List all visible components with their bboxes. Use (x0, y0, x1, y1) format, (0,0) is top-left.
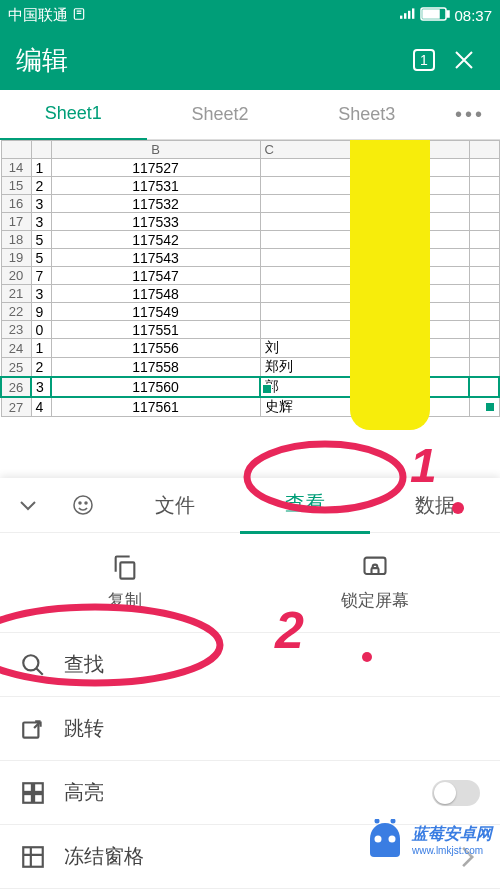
row-header[interactable]: 24 (1, 339, 31, 358)
cell[interactable] (260, 231, 469, 249)
svg-point-10 (74, 496, 92, 514)
svg-rect-20 (23, 794, 32, 803)
tabs-button[interactable]: 1 (404, 47, 444, 73)
row-header[interactable]: 16 (1, 195, 31, 213)
cell[interactable]: 117547 (51, 267, 260, 285)
cell[interactable]: 117548 (51, 285, 260, 303)
cell[interactable]: 郭 (260, 377, 469, 397)
cell[interactable]: 117556 (51, 339, 260, 358)
cell[interactable]: 2 (31, 177, 51, 195)
cell[interactable] (260, 213, 469, 231)
row-header[interactable]: 27 (1, 397, 31, 417)
col-header-a[interactable] (31, 141, 51, 159)
row-header[interactable]: 19 (1, 249, 31, 267)
svg-point-11 (79, 502, 81, 504)
row-header[interactable]: 20 (1, 267, 31, 285)
cell[interactable] (469, 377, 499, 397)
collapse-button[interactable] (0, 495, 55, 515)
cell[interactable]: 3 (31, 377, 51, 397)
goto-item[interactable]: 跳转 (0, 697, 500, 761)
sheet-tab-1[interactable]: Sheet1 (0, 89, 147, 140)
row-header[interactable]: 15 (1, 177, 31, 195)
cell[interactable] (469, 303, 499, 321)
cell[interactable]: 4 (31, 397, 51, 417)
cell[interactable] (469, 267, 499, 285)
col-header-b[interactable]: B (51, 141, 260, 159)
row-header[interactable]: 14 (1, 159, 31, 177)
cell[interactable] (469, 339, 499, 358)
cell[interactable]: 117531 (51, 177, 260, 195)
cell[interactable]: 117527 (51, 159, 260, 177)
cell[interactable]: 117542 (51, 231, 260, 249)
col-header-d[interactable] (469, 141, 499, 159)
cell[interactable]: 0 (31, 321, 51, 339)
sheet-tab-2[interactable]: Sheet2 (147, 90, 294, 139)
cell[interactable]: 117533 (51, 213, 260, 231)
sheet-tab-3[interactable]: Sheet3 (293, 90, 440, 139)
cell[interactable]: 郑列 (260, 358, 469, 378)
cell[interactable]: 117561 (51, 397, 260, 417)
cell[interactable]: 5 (31, 249, 51, 267)
spreadsheet-grid[interactable]: B C 14 1 117527 15 2 117531 16 3 117532 … (0, 140, 500, 417)
cell[interactable] (469, 249, 499, 267)
cell[interactable] (260, 159, 469, 177)
cell[interactable] (260, 285, 469, 303)
cell[interactable] (469, 159, 499, 177)
cell[interactable]: 5 (31, 231, 51, 249)
cell[interactable] (469, 358, 499, 378)
cell[interactable]: 刘 (260, 339, 469, 358)
cell[interactable]: 117560 (51, 377, 260, 397)
cell[interactable] (469, 195, 499, 213)
cell[interactable]: 2 (31, 358, 51, 378)
row-header[interactable]: 22 (1, 303, 31, 321)
row-header[interactable]: 21 (1, 285, 31, 303)
cell[interactable]: 1 (31, 159, 51, 177)
lock-screen-button[interactable]: 锁定屏幕 (250, 553, 500, 612)
cell[interactable]: 117549 (51, 303, 260, 321)
highlight-toggle[interactable] (432, 780, 480, 806)
cell[interactable] (469, 321, 499, 339)
cell[interactable]: 117543 (51, 249, 260, 267)
cell[interactable] (260, 195, 469, 213)
row-header[interactable]: 17 (1, 213, 31, 231)
cell[interactable]: 史辉 (260, 397, 469, 417)
cell[interactable] (260, 267, 469, 285)
cell[interactable] (469, 285, 499, 303)
svg-rect-22 (23, 847, 43, 867)
cell[interactable]: 117551 (51, 321, 260, 339)
col-header-c[interactable]: C (260, 141, 469, 159)
cell[interactable]: 117532 (51, 195, 260, 213)
watermark-text: 蓝莓安卓网 (412, 824, 492, 845)
svg-rect-15 (372, 568, 379, 574)
cell[interactable] (260, 303, 469, 321)
svg-point-28 (389, 836, 396, 843)
row-header[interactable]: 26 (1, 377, 31, 397)
cell[interactable]: 3 (31, 213, 51, 231)
copy-button[interactable]: 复制 (0, 553, 250, 612)
row-header[interactable]: 23 (1, 321, 31, 339)
cell[interactable] (260, 249, 469, 267)
cell[interactable] (469, 177, 499, 195)
cell[interactable] (260, 321, 469, 339)
cell[interactable]: 7 (31, 267, 51, 285)
cell[interactable]: 1 (31, 339, 51, 358)
row-header[interactable]: 18 (1, 231, 31, 249)
tab-file[interactable]: 文件 (110, 478, 240, 533)
find-item[interactable]: 查找 (0, 633, 500, 697)
selection-handle-left[interactable] (262, 384, 272, 394)
tab-view[interactable]: 查看 (240, 476, 370, 534)
cell[interactable]: 9 (31, 303, 51, 321)
cell[interactable] (260, 177, 469, 195)
cell[interactable] (469, 231, 499, 249)
row-header[interactable]: 25 (1, 358, 31, 378)
cell[interactable]: 117558 (51, 358, 260, 378)
highlight-item[interactable]: 高亮 (0, 761, 500, 825)
sheet-more-button[interactable]: ••• (440, 103, 500, 126)
tab-data[interactable]: 数据 (370, 478, 500, 533)
cell[interactable]: 3 (31, 195, 51, 213)
selection-handle-right[interactable] (485, 402, 495, 412)
cell[interactable] (469, 213, 499, 231)
close-button[interactable] (444, 48, 484, 72)
assistant-icon[interactable] (55, 493, 110, 517)
cell[interactable]: 3 (31, 285, 51, 303)
